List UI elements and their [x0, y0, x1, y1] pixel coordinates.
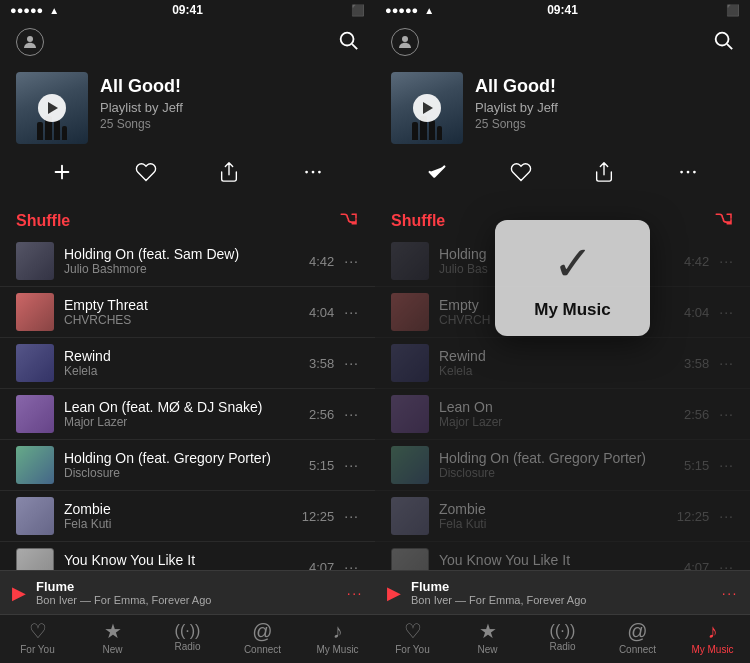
track-name-1: Holding On (feat. Sam Dew): [64, 246, 299, 262]
nav-radio-left[interactable]: ((·)) Radio: [150, 622, 225, 652]
track-list-left: Holding On (feat. Sam Dew) Julio Bashmor…: [0, 236, 375, 570]
shuffle-row-left: Shuffle: [0, 202, 375, 236]
playlist-actions-left: [16, 154, 359, 190]
track-info-5: Holding On (feat. Gregory Porter) Disclo…: [64, 450, 299, 480]
track-info-3: Rewind Kelela: [64, 348, 299, 378]
track-more-5[interactable]: ···: [344, 457, 359, 473]
popup-label: My Music: [534, 300, 611, 320]
track-duration-7: 4:07: [309, 560, 334, 571]
svg-point-0: [27, 36, 33, 42]
track-thumb-7: [16, 548, 54, 570]
mini-title-left: Flume: [36, 579, 337, 594]
track-more-3[interactable]: ···: [344, 355, 359, 371]
share-icon-left[interactable]: [211, 154, 247, 190]
track-info-1: Holding On (feat. Sam Dew) Julio Bashmor…: [64, 246, 299, 276]
track-item-1[interactable]: Holding On (feat. Sam Dew) Julio Bashmor…: [0, 236, 375, 287]
track-name-4: Lean On (feat. MØ & DJ Snake): [64, 399, 299, 415]
track-thumb-3: [16, 344, 54, 382]
track-more-2[interactable]: ···: [344, 304, 359, 320]
mymusic-icon-left: ♪: [333, 620, 343, 643]
track-info-4: Lean On (feat. MØ & DJ Snake) Major Laze…: [64, 399, 299, 429]
track-duration-3: 3:58: [309, 356, 334, 371]
track-duration-1: 4:42: [309, 254, 334, 269]
track-artist-6: Fela Kuti: [64, 517, 292, 531]
search-icon-left[interactable]: [337, 29, 359, 56]
status-signal-left: ●●●●● ▲: [10, 4, 59, 16]
track-duration-6: 12:25: [302, 509, 335, 524]
mini-more-left[interactable]: ···: [347, 585, 363, 601]
track-item-5[interactable]: Holding On (feat. Gregory Porter) Disclo…: [0, 440, 375, 491]
track-thumb-6: [16, 497, 54, 535]
track-thumb-1: [16, 242, 54, 280]
new-icon-left: ★: [104, 619, 122, 643]
track-more-1[interactable]: ···: [344, 253, 359, 269]
connect-label-left: Connect: [244, 644, 281, 655]
track-artist-5: Disclosure: [64, 466, 299, 480]
popup-overlay: ✓ My Music: [375, 0, 750, 663]
svg-point-3: [305, 171, 308, 174]
playlist-subtitle-left: Playlist by Jeff: [100, 100, 359, 115]
svg-point-1: [341, 32, 354, 45]
track-artist-1: Julio Bashmore: [64, 262, 299, 276]
track-name-3: Rewind: [64, 348, 299, 364]
svg-point-5: [318, 171, 321, 174]
track-artist-3: Kelela: [64, 364, 299, 378]
mini-player-left[interactable]: ▶ Flume Bon Iver — For Emma, Forever Ago…: [0, 570, 375, 614]
track-item-2[interactable]: Empty Threat CHVRCHES 4:04 ···: [0, 287, 375, 338]
nav-connect-left[interactable]: @ Connect: [225, 620, 300, 655]
track-info-6: Zombie Fela Kuti: [64, 501, 292, 531]
more-icon-left[interactable]: [295, 154, 331, 190]
track-more-7[interactable]: ···: [344, 559, 359, 570]
bottom-nav-left: ♡ For You ★ New ((·)) Radio @ Connect ♪ …: [0, 614, 375, 663]
track-item-3[interactable]: Rewind Kelela 3:58 ···: [0, 338, 375, 389]
track-name-7: You Know You Like It: [64, 552, 299, 568]
track-info-7: You Know You Like It DJ Snake & AlunaGeo…: [64, 552, 299, 570]
status-time-left: 09:41: [172, 3, 203, 17]
track-thumb-4: [16, 395, 54, 433]
heart-icon-left[interactable]: [128, 154, 164, 190]
track-info-2: Empty Threat CHVRCHES: [64, 297, 299, 327]
radio-label-left: Radio: [174, 641, 200, 652]
track-item-7[interactable]: You Know You Like It DJ Snake & AlunaGeo…: [0, 542, 375, 570]
mini-artist-left: Bon Iver — For Emma, Forever Ago: [36, 594, 337, 606]
header-left: [0, 20, 375, 64]
nav-mymusic-left[interactable]: ♪ My Music: [300, 620, 375, 655]
svg-point-4: [312, 171, 315, 174]
track-name-5: Holding On (feat. Gregory Porter): [64, 450, 299, 466]
track-item-6[interactable]: Zombie Fela Kuti 12:25 ···: [0, 491, 375, 542]
track-duration-5: 5:15: [309, 458, 334, 473]
track-thumb-2: [16, 293, 54, 331]
track-more-6[interactable]: ···: [344, 508, 359, 524]
for-you-label-left: For You: [20, 644, 54, 655]
track-artist-2: CHVRCHES: [64, 313, 299, 327]
status-battery-left: ⬛: [351, 4, 365, 17]
playlist-hero-left: All Good! Playlist by Jeff 25 Songs: [0, 64, 375, 202]
mini-info-left: Flume Bon Iver — For Emma, Forever Ago: [36, 579, 337, 606]
track-item-4[interactable]: Lean On (feat. MØ & DJ Snake) Major Laze…: [0, 389, 375, 440]
nav-for-you-left[interactable]: ♡ For You: [0, 619, 75, 655]
add-icon-left[interactable]: [44, 154, 80, 190]
popup-checkmark: ✓: [553, 240, 593, 288]
track-duration-2: 4:04: [309, 305, 334, 320]
mini-play-icon-left[interactable]: ▶: [12, 582, 26, 604]
playlist-songs-left: 25 Songs: [100, 117, 359, 131]
track-artist-4: Major Lazer: [64, 415, 299, 429]
track-name-6: Zombie: [64, 501, 292, 517]
left-panel: ●●●●● ▲ 09:41 ⬛: [0, 0, 375, 663]
my-music-popup: ✓ My Music: [495, 220, 650, 336]
shuffle-label-left[interactable]: Shuffle: [16, 212, 70, 230]
radio-icon-left: ((·)): [175, 622, 201, 640]
shuffle-icon-left[interactable]: [339, 212, 359, 230]
new-label-left: New: [102, 644, 122, 655]
status-bar-left: ●●●●● ▲ 09:41 ⬛: [0, 0, 375, 20]
playlist-title-left: All Good!: [100, 76, 359, 98]
track-duration-4: 2:56: [309, 407, 334, 422]
track-more-4[interactable]: ···: [344, 406, 359, 422]
mymusic-label-left: My Music: [316, 644, 358, 655]
avatar-left[interactable]: [16, 28, 44, 56]
nav-new-left[interactable]: ★ New: [75, 619, 150, 655]
connect-icon-left: @: [252, 620, 272, 643]
play-button-left[interactable]: [38, 94, 66, 122]
track-name-2: Empty Threat: [64, 297, 299, 313]
track-thumb-5: [16, 446, 54, 484]
